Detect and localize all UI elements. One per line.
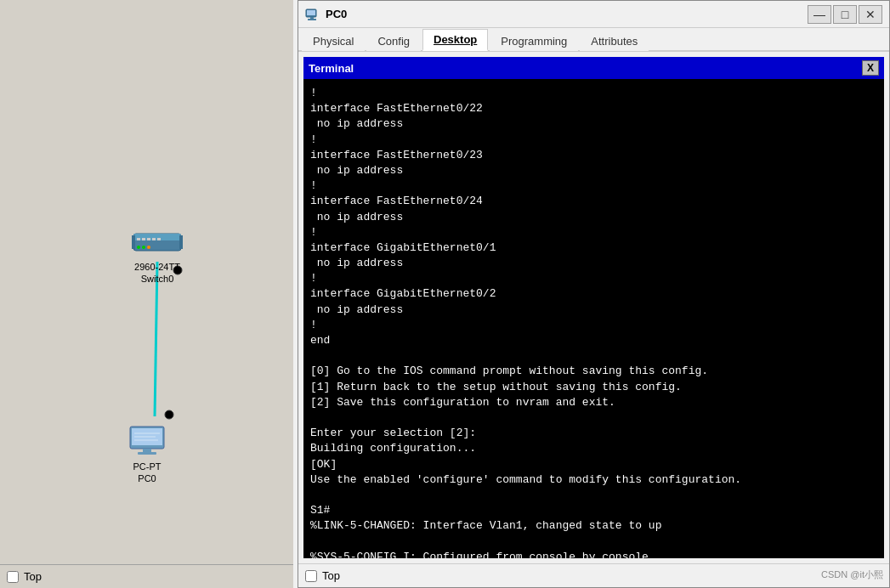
close-button[interactable]: ✕ bbox=[859, 5, 882, 24]
switch-icon bbox=[132, 225, 183, 259]
tab-config[interactable]: Config bbox=[366, 31, 421, 51]
svg-rect-8 bbox=[152, 238, 156, 240]
terminal-body[interactable]: ! interface FastEthernet0/22 no ip addre… bbox=[303, 79, 884, 558]
pc-device[interactable]: PC-PT PC0 bbox=[126, 425, 168, 485]
terminal-header: Terminal X bbox=[303, 57, 884, 79]
svg-rect-23 bbox=[307, 10, 315, 15]
main-bottom: Top bbox=[298, 563, 889, 587]
window-icon bbox=[305, 7, 320, 22]
svg-rect-14 bbox=[179, 235, 183, 249]
pc-label: PC-PT PC0 bbox=[126, 461, 168, 485]
network-cable bbox=[0, 0, 293, 588]
title-bar: PC0 — □ ✕ bbox=[298, 1, 889, 28]
svg-point-12 bbox=[147, 246, 150, 249]
pc-icon bbox=[126, 425, 168, 459]
svg-rect-13 bbox=[132, 235, 135, 249]
top-checkbox[interactable] bbox=[7, 571, 19, 583]
tab-attributes[interactable]: Attributes bbox=[580, 31, 649, 51]
svg-rect-9 bbox=[157, 238, 161, 240]
watermark: CSDN @it小熙 bbox=[821, 568, 883, 581]
network-diagram: 2960-24TT Switch0 PC-PT PC0 bbox=[0, 0, 293, 588]
svg-rect-25 bbox=[308, 19, 316, 20]
window-controls: — □ ✕ bbox=[808, 5, 882, 24]
svg-point-11 bbox=[142, 246, 145, 249]
switch-label: 2960-24TT Switch0 bbox=[132, 261, 183, 286]
svg-rect-7 bbox=[147, 238, 150, 240]
tab-programming[interactable]: Programming bbox=[490, 31, 578, 51]
svg-rect-6 bbox=[142, 238, 145, 240]
tab-physical[interactable]: Physical bbox=[302, 31, 365, 51]
minimize-button[interactable]: — bbox=[808, 5, 831, 24]
top-label: Top bbox=[24, 570, 42, 583]
bottom-bar-left: Top bbox=[0, 564, 293, 588]
svg-point-2 bbox=[165, 410, 173, 419]
svg-rect-17 bbox=[143, 449, 151, 452]
tab-desktop[interactable]: Desktop bbox=[422, 29, 488, 51]
svg-rect-24 bbox=[310, 17, 314, 19]
svg-rect-18 bbox=[138, 452, 156, 455]
svg-rect-5 bbox=[137, 238, 140, 240]
main-top-checkbox[interactable] bbox=[305, 570, 317, 582]
network-canvas: 2960-24TT Switch0 PC-PT PC0 bbox=[0, 0, 293, 588]
pc-window: PC0 — □ ✕ Physical Config Desktop Progra… bbox=[298, 0, 890, 588]
terminal-close-button[interactable]: X bbox=[862, 60, 879, 76]
terminal-container: Terminal X ! interface FastEthernet0/22 … bbox=[298, 52, 889, 563]
maximize-button[interactable]: □ bbox=[833, 5, 857, 24]
svg-point-10 bbox=[137, 246, 140, 249]
tabs-bar: Physical Config Desktop Programming Attr… bbox=[298, 28, 889, 52]
main-top-label: Top bbox=[322, 569, 340, 582]
window-title: PC0 bbox=[326, 8, 808, 20]
switch-device[interactable]: 2960-24TT Switch0 bbox=[132, 225, 183, 286]
terminal-title: Terminal bbox=[309, 62, 354, 75]
